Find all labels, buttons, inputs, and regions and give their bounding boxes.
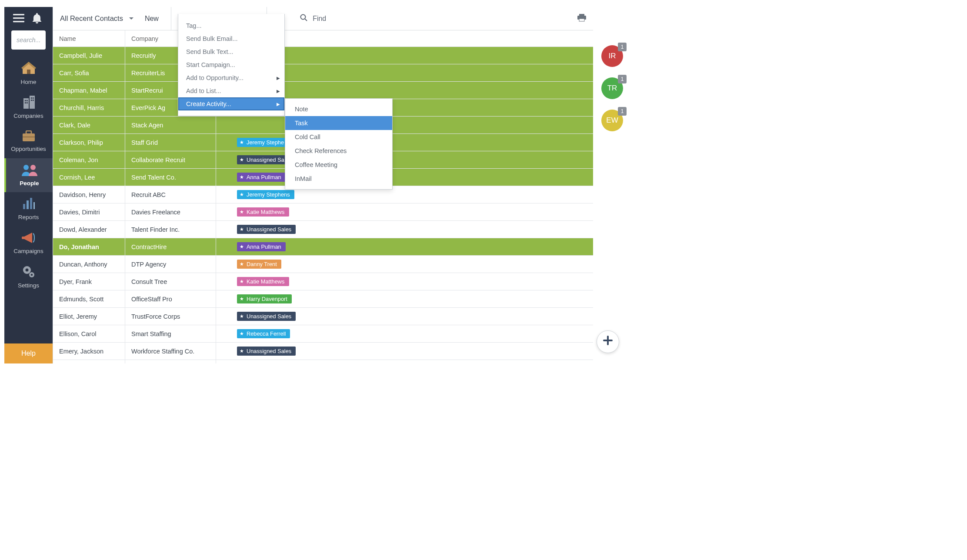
menu-item[interactable]: Add to List...▶ bbox=[178, 84, 284, 97]
submenu-item[interactable]: InMail bbox=[285, 172, 392, 186]
owner-pill[interactable]: ★Unassigned Sales bbox=[237, 225, 296, 234]
submenu-item[interactable]: Coffee Meeting bbox=[285, 158, 392, 172]
cell-company: Smart Staffing bbox=[131, 330, 222, 337]
global-search-input[interactable] bbox=[11, 30, 46, 50]
find-button[interactable]: Find bbox=[300, 14, 326, 23]
nav-help[interactable]: Help bbox=[4, 343, 53, 363]
menu-item[interactable]: Create Activity...▶ bbox=[178, 97, 284, 110]
submenu-item-label: Note bbox=[295, 106, 308, 113]
nav-settings[interactable]: Settings bbox=[4, 260, 53, 294]
owner-pill[interactable]: ★Unassigned Sales bbox=[237, 312, 296, 321]
svg-rect-22 bbox=[33, 202, 35, 209]
menu-item[interactable]: Send Bulk Text... bbox=[178, 45, 284, 58]
building-icon bbox=[22, 96, 36, 110]
table-row[interactable]: Carr, SofiaRecruiterLis★les bbox=[53, 64, 593, 82]
owner-pill[interactable]: ★Rebecca Ferrell bbox=[237, 329, 290, 338]
owner-pill[interactable]: ★Unassigned Sales bbox=[237, 347, 296, 356]
menu-icon[interactable] bbox=[13, 14, 24, 24]
svg-rect-0 bbox=[13, 14, 24, 15]
submenu-item-label: Check References bbox=[295, 147, 347, 154]
search-icon bbox=[300, 14, 307, 23]
owner-name: Jeremy Stephe bbox=[247, 139, 284, 146]
table-row[interactable]: Duncan, AnthonyDTP Agency★Danny Trent bbox=[53, 256, 593, 273]
submenu-item[interactable]: Check References bbox=[285, 144, 392, 158]
presence-avatar[interactable]: IR1 bbox=[601, 45, 623, 67]
chevron-right-icon: ▶ bbox=[277, 89, 280, 93]
owner-pill[interactable]: ★Anna Pullman bbox=[237, 173, 286, 182]
nav-label: Settings bbox=[18, 282, 39, 289]
submenu-item[interactable]: Task bbox=[285, 116, 392, 130]
nav-label: Reports bbox=[18, 214, 39, 220]
menu-item-label: Add to List... bbox=[186, 87, 221, 94]
menu-item[interactable]: Start Campaign... bbox=[178, 58, 284, 71]
owner-pill[interactable]: ★Jeremy Stephe bbox=[237, 138, 288, 147]
chart-icon bbox=[22, 198, 35, 211]
presence-avatar[interactable]: TR1 bbox=[601, 77, 623, 99]
cell-company: Davies Freelance bbox=[131, 209, 222, 216]
nav-people[interactable]: People bbox=[4, 158, 53, 192]
chevron-down-icon[interactable] bbox=[129, 15, 133, 22]
menu-item-label: Send Bulk Email... bbox=[186, 35, 237, 42]
table-row[interactable]: Chapman, MabelStartRecrui★l bbox=[53, 82, 593, 99]
cell-owner: ★Harry Davenport bbox=[222, 294, 292, 303]
menu-item[interactable]: Send Bulk Email... bbox=[178, 32, 284, 45]
nav-home[interactable]: Home bbox=[4, 57, 53, 90]
left-sidebar: Home Companies Opportunities People bbox=[4, 7, 53, 363]
avatar-badge: 1 bbox=[618, 43, 627, 51]
owner-pill[interactable]: ★Danny Trent bbox=[237, 260, 281, 269]
cell-owner: ★Jeremy Stephe bbox=[222, 138, 288, 147]
menu-item[interactable]: Tag... bbox=[178, 19, 284, 32]
table-row[interactable]: Davies, DimitriDavies Freelance★Katie Ma… bbox=[53, 203, 593, 221]
cell-owner: ★Katie Matthews bbox=[222, 207, 289, 217]
presence-rail: IR1TR1EW1 bbox=[593, 7, 631, 363]
nav-campaigns[interactable]: Campaigns bbox=[4, 226, 53, 260]
star-icon: ★ bbox=[240, 348, 244, 354]
owner-name: Jeremy Stephens bbox=[247, 191, 290, 198]
table-row[interactable]: Dyer, FrankConsult Tree★Katie Matthews bbox=[53, 273, 593, 290]
submenu-item-label: InMail bbox=[295, 175, 312, 182]
nav-reports[interactable]: Reports bbox=[4, 192, 53, 226]
add-fab[interactable] bbox=[597, 330, 619, 353]
svg-rect-21 bbox=[30, 198, 32, 209]
owner-name: Harry Davenport bbox=[247, 296, 287, 302]
table-row[interactable]: Ellison, CarolSmart Staffing★Rebecca Fer… bbox=[53, 325, 593, 343]
owner-pill[interactable]: ★Anna Pullman bbox=[237, 242, 286, 251]
briefcase-icon bbox=[22, 130, 36, 143]
view-title[interactable]: All Recent Contacts bbox=[60, 14, 129, 23]
cell-company: Stack Agen bbox=[131, 122, 222, 129]
owner-pill[interactable]: ★Katie Matthews bbox=[237, 207, 289, 217]
table-row[interactable]: Campbell, JulieRecruitly★ bbox=[53, 47, 593, 64]
nav-opportunities[interactable]: Opportunities bbox=[4, 124, 53, 158]
home-icon bbox=[21, 62, 36, 76]
col-header-name[interactable]: Name bbox=[59, 35, 131, 42]
svg-point-17 bbox=[23, 165, 29, 170]
svg-rect-4 bbox=[23, 98, 29, 109]
svg-rect-30 bbox=[579, 14, 584, 16]
menu-item-label: Add to Opportunity... bbox=[186, 74, 243, 81]
table-row[interactable]: Dowd, AlexanderTalent Finder Inc.★Unassi… bbox=[53, 221, 593, 238]
cell-owner: ★Katie Matthews bbox=[222, 277, 289, 286]
svg-rect-9 bbox=[27, 102, 28, 103]
bell-icon[interactable] bbox=[32, 13, 42, 25]
owner-pill[interactable]: ★Katie Matthews bbox=[237, 277, 289, 286]
print-icon[interactable] bbox=[577, 14, 586, 23]
owner-pill[interactable]: ★Harry Davenport bbox=[237, 294, 292, 303]
table-row[interactable]: Edmunds, ScottOfficeStaff Pro★Harry Dave… bbox=[53, 290, 593, 308]
cell-company: Send Talent Co. bbox=[131, 174, 222, 181]
cell-name: Davidson, Henry bbox=[59, 191, 131, 198]
owner-pill[interactable]: ★Unassigned Sa bbox=[237, 155, 289, 164]
table-row[interactable]: Do, JonathanContractHire★Anna Pullman bbox=[53, 238, 593, 256]
nav-companies[interactable]: Companies bbox=[4, 90, 53, 124]
owner-pill[interactable]: ★Jeremy Stephens bbox=[237, 190, 294, 199]
svg-rect-16 bbox=[23, 137, 35, 137]
star-icon: ★ bbox=[240, 296, 244, 302]
table-row[interactable]: Elliot, JeremyTrustForce Corps★Unassigne… bbox=[53, 308, 593, 325]
table-row[interactable]: Emery, JacksonWorkforce Staffing Co.★Una… bbox=[53, 343, 593, 360]
submenu-item[interactable]: Note bbox=[285, 102, 392, 116]
submenu-item[interactable]: Cold Call bbox=[285, 130, 392, 144]
new-button[interactable]: New bbox=[145, 15, 159, 23]
star-icon: ★ bbox=[240, 140, 244, 145]
presence-avatar[interactable]: EW1 bbox=[601, 110, 623, 131]
menu-item[interactable]: Add to Opportunity...▶ bbox=[178, 71, 284, 84]
svg-rect-7 bbox=[27, 100, 28, 101]
